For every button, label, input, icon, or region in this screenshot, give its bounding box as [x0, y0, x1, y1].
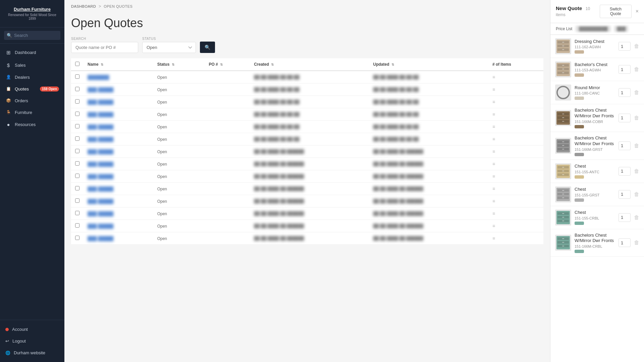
row-action-icon[interactable]: ≡ [492, 198, 495, 204]
row-checkbox[interactable] [75, 198, 79, 203]
sidebar-item-account[interactable]: Account [0, 323, 64, 335]
sidebar-item-label: Orders [15, 98, 28, 103]
item-quantity-input[interactable] [619, 65, 631, 74]
row-checkbox[interactable] [75, 136, 79, 141]
sidebar-item-resources[interactable]: ● Resources [0, 118, 64, 131]
row-po [205, 207, 250, 220]
row-checkbox[interactable] [75, 74, 79, 79]
item-quantity-input[interactable] [619, 114, 631, 122]
row-action-icon[interactable]: ≡ [492, 223, 495, 229]
row-status: Open [153, 170, 205, 183]
status-select[interactable]: Open Closed All [142, 42, 196, 53]
item-quantity-input[interactable] [619, 42, 631, 51]
row-name[interactable]: ███████ [84, 71, 153, 83]
row-checkbox[interactable] [75, 211, 79, 215]
switch-quote-button[interactable]: Switch Quote [600, 5, 632, 18]
row-action-icon[interactable]: ≡ [492, 87, 495, 92]
row-checkbox[interactable] [75, 161, 79, 166]
item-image [555, 61, 571, 77]
item-delete-button[interactable]: 🗑 [634, 143, 639, 149]
row-name[interactable]: ███ █████ [84, 207, 153, 220]
item-delete-button[interactable]: 🗑 [634, 215, 639, 221]
row-checkbox[interactable] [75, 186, 79, 190]
sidebar-item-logout[interactable]: ↩ Logout [0, 335, 64, 347]
breadcrumb-dashboard[interactable]: Dashboard [71, 4, 96, 8]
row-checkbox[interactable] [75, 124, 79, 128]
item-quantity-input[interactable] [619, 141, 631, 150]
item-delete-button[interactable]: 🗑 [634, 168, 639, 174]
row-name[interactable]: ███ █████ [84, 133, 153, 145]
row-name[interactable]: ███ █████ [84, 183, 153, 195]
panel-item-row: Round Mirror 111-180-CANC 🗑 [550, 81, 644, 104]
sidebar-item-website[interactable]: 🌐 Durham website [0, 347, 64, 359]
panel-item-row: Bachelor's Chest 111-153-AGWH 🗑 [550, 58, 644, 81]
row-checkbox[interactable] [75, 112, 79, 116]
row-checkbox-cell [71, 71, 84, 83]
row-action-icon[interactable]: ≡ [492, 136, 495, 142]
sidebar-item-sales[interactable]: $ Sales [0, 59, 64, 71]
select-all-checkbox[interactable] [75, 62, 79, 66]
col-updated[interactable]: Updated ⇅ [369, 58, 488, 71]
row-checkbox[interactable] [75, 99, 79, 104]
item-name: Bachelors Chest W/Mirror Dwr Fronts [575, 135, 615, 147]
row-checkbox[interactable] [75, 223, 79, 228]
row-checkbox[interactable] [75, 87, 79, 91]
sidebar-item-quotes[interactable]: 📋 Quotes 159 Open [0, 83, 64, 95]
row-action-icon[interactable]: ≡ [492, 149, 495, 154]
row-name[interactable]: ███ █████ [84, 121, 153, 133]
sidebar-item-furniture[interactable]: 🪑 Furniture [0, 107, 64, 118]
col-created[interactable]: Created ⇅ [250, 58, 369, 71]
item-delete-button[interactable]: 🗑 [634, 115, 639, 121]
row-name[interactable]: ███ █████ [84, 83, 153, 96]
item-delete-button[interactable]: 🗑 [634, 43, 639, 49]
search-input[interactable] [14, 33, 58, 38]
row-checkbox-cell [71, 220, 84, 232]
row-status: Open [153, 145, 205, 158]
item-delete-button[interactable]: 🗑 [634, 89, 639, 96]
row-name[interactable]: ███ █████ [84, 108, 153, 121]
row-action-icon[interactable]: ≡ [492, 74, 495, 80]
row-checkbox[interactable] [75, 149, 79, 153]
row-action-icon[interactable]: ≡ [492, 99, 495, 105]
svg-rect-6 [562, 49, 564, 50]
row-action-icon[interactable]: ≡ [492, 174, 495, 179]
quote-search-input[interactable] [71, 42, 138, 53]
item-quantity-input[interactable] [619, 238, 631, 247]
svg-rect-34 [562, 171, 564, 171]
row-name[interactable]: ███ █████ [84, 232, 153, 245]
row-name[interactable]: ███ █████ [84, 145, 153, 158]
row-action-icon[interactable]: ≡ [492, 112, 495, 117]
row-checkbox[interactable] [75, 174, 79, 178]
sidebar-item-dashboard[interactable]: ⊞ Dashboard [0, 46, 64, 59]
row-checkbox[interactable] [75, 236, 79, 240]
item-delete-button[interactable]: 🗑 [634, 66, 639, 72]
search-button[interactable]: 🔍 [200, 42, 215, 53]
sidebar-item-dealers[interactable]: 👤 Dealers [0, 71, 64, 83]
svg-rect-5 [562, 46, 564, 46]
col-name[interactable]: Name ⇅ [84, 58, 153, 71]
item-quantity-input[interactable] [619, 88, 631, 97]
row-name[interactable]: ███ █████ [84, 220, 153, 232]
row-action-icon[interactable]: ≡ [492, 211, 495, 216]
item-quantity-input[interactable] [619, 190, 631, 199]
col-po[interactable]: PO # ⇅ [205, 58, 250, 71]
row-action-icon[interactable]: ≡ [492, 236, 495, 241]
dashboard-icon: ⊞ [5, 50, 11, 56]
row-name[interactable]: ███ █████ [84, 158, 153, 170]
item-quantity-input[interactable] [619, 213, 631, 222]
row-action-icon[interactable]: ≡ [492, 161, 495, 167]
row-name[interactable]: ███ █████ [84, 195, 153, 207]
item-delete-button[interactable]: 🗑 [634, 240, 639, 246]
col-status[interactable]: Status ⇅ [153, 58, 205, 71]
sidebar-item-orders[interactable]: 📦 Orders [0, 95, 64, 107]
breadcrumb-separator: > [99, 4, 101, 9]
row-action-icon[interactable]: ≡ [492, 186, 495, 191]
row-action-icon[interactable]: ≡ [492, 124, 495, 129]
item-color-swatch [575, 198, 584, 202]
item-delete-button[interactable]: 🗑 [634, 191, 639, 197]
row-name[interactable]: ███ █████ [84, 170, 153, 183]
row-name[interactable]: ███ █████ [84, 96, 153, 108]
item-info: Chest 151-155-GRST [575, 187, 615, 202]
item-quantity-input[interactable] [619, 167, 631, 176]
close-panel-button[interactable]: × [636, 8, 639, 14]
